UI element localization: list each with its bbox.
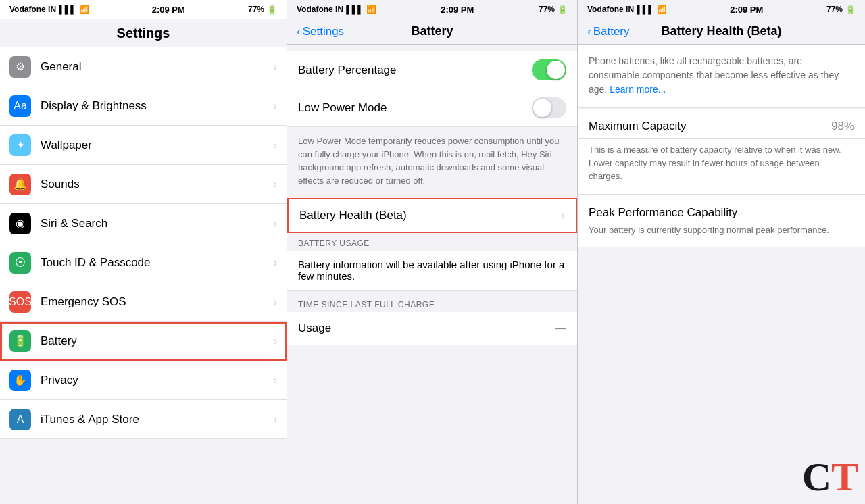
general-icon: ⚙ xyxy=(9,56,31,78)
wallpaper-label: Wallpaper xyxy=(41,138,274,152)
back-label: Settings xyxy=(303,25,344,39)
general-chevron: › xyxy=(274,61,277,73)
settings-row-touchid[interactable]: ⦿Touch ID & Passcode› xyxy=(0,243,287,282)
battery-toggles-section: Battery Percentage Low Power Mode xyxy=(287,51,577,127)
battery-health-row[interactable]: Battery Health (Beta) › xyxy=(287,198,577,233)
status-bar-3: Vodafone IN ▌▌▌ 📶 2:09 PM 77% 🔋 xyxy=(578,0,865,19)
max-capacity-label: Maximum Capacity xyxy=(589,120,831,133)
chevron-left-icon: ‹ xyxy=(297,25,301,39)
battery-icon: 🔋 xyxy=(9,330,31,352)
usage-row: Usage — xyxy=(287,312,577,345)
privacy-label: Privacy xyxy=(41,374,274,387)
low-power-mode-toggle[interactable] xyxy=(532,97,566,118)
capacity-description: This is a measure of battery capacity re… xyxy=(578,139,865,195)
health-content: Phone batteries, like all rechargeable b… xyxy=(578,45,865,504)
signal-icon-3: ▌▌▌ xyxy=(637,5,654,14)
battery-percentage-toggle[interactable] xyxy=(532,59,566,80)
panel-settings: Vodafone IN ▌▌▌ 📶 2:09 PM 77% 🔋 Settings… xyxy=(0,0,287,504)
privacy-chevron: › xyxy=(274,374,277,386)
settings-row-sos[interactable]: SOSEmergency SOS› xyxy=(0,282,287,322)
status-bar-2: Vodafone IN ▌▌▌ 📶 2:09 PM 77% 🔋 xyxy=(287,0,577,19)
sos-icon: SOS xyxy=(9,291,31,313)
touchid-chevron: › xyxy=(274,257,277,269)
panel-health: Vodafone IN ▌▌▌ 📶 2:09 PM 77% 🔋 ‹ Batter… xyxy=(578,0,865,504)
sounds-icon: 🔔 xyxy=(9,174,31,195)
low-power-mode-label: Low Power Mode xyxy=(298,101,532,115)
peak-section: Peak Performance Capability Your battery… xyxy=(578,195,865,248)
health-back-button[interactable]: ‹ Battery xyxy=(587,25,630,39)
usage-value: — xyxy=(555,322,566,335)
settings-row-battery[interactable]: 🔋Battery› xyxy=(0,322,287,361)
signal-icon-1: ▌▌▌ xyxy=(59,5,76,14)
settings-row-siri[interactable]: ◉Siri & Search› xyxy=(0,204,287,243)
settings-list: ⚙General›AaDisplay & Brightness›✦Wallpap… xyxy=(0,47,287,504)
settings-row-wallpaper[interactable]: ✦Wallpaper› xyxy=(0,126,287,165)
battery-label: Battery xyxy=(41,334,274,348)
wifi-icon-2: 📶 xyxy=(366,5,376,14)
learn-more-link[interactable]: Learn more... xyxy=(610,84,666,95)
touchid-label: Touch ID & Passcode xyxy=(41,256,274,270)
battery-percentage-label: Battery Percentage xyxy=(298,64,532,77)
time-since-header: TIME SINCE LAST FULL CHARGE xyxy=(287,291,577,312)
peak-title-row: Peak Performance Capability xyxy=(578,195,865,224)
chevron-right-icon-health: › xyxy=(562,209,565,222)
status-right-2: 77% 🔋 xyxy=(539,5,568,14)
carrier-3: Vodafone IN xyxy=(587,5,634,14)
sounds-label: Sounds xyxy=(41,178,274,191)
low-power-mode-row[interactable]: Low Power Mode xyxy=(287,89,577,127)
settings-row-privacy[interactable]: ✋Privacy› xyxy=(0,361,287,400)
battery-nav-bar: ‹ Settings Battery xyxy=(287,19,577,45)
wallpaper-icon: ✦ xyxy=(9,134,31,156)
status-bar-1: Vodafone IN ▌▌▌ 📶 2:09 PM 77% 🔋 xyxy=(0,0,287,19)
battery-pct-1: 77% xyxy=(248,5,264,14)
battery-back-button[interactable]: ‹ Settings xyxy=(297,25,344,39)
siri-icon: ◉ xyxy=(9,213,31,234)
low-power-description: Low Power Mode temporarily reduces power… xyxy=(287,128,577,198)
health-title: Battery Health (Beta) xyxy=(661,24,781,39)
battery-chevron: › xyxy=(274,335,277,347)
panel-battery: Vodafone IN ▌▌▌ 📶 2:09 PM 77% 🔋 ‹ Settin… xyxy=(287,0,578,504)
settings-title: Settings xyxy=(0,26,287,41)
usage-label: Usage xyxy=(298,322,555,335)
settings-title-bar: Settings xyxy=(0,19,287,47)
display-icon: Aa xyxy=(9,95,31,117)
status-left-3: Vodafone IN ▌▌▌ 📶 xyxy=(587,5,667,14)
settings-row-general[interactable]: ⚙General› xyxy=(0,47,287,86)
settings-row-itunes[interactable]: AiTunes & App Store› xyxy=(0,400,287,439)
health-nav-bar: ‹ Battery Battery Health (Beta) xyxy=(578,19,865,45)
time-3: 2:09 PM xyxy=(730,5,763,15)
time-1: 2:09 PM xyxy=(152,5,185,15)
settings-row-display[interactable]: AaDisplay & Brightness› xyxy=(0,86,287,126)
battery-pct-3: 77% xyxy=(826,5,843,14)
status-right-3: 77% 🔋 xyxy=(826,5,856,14)
sos-chevron: › xyxy=(274,296,277,308)
signal-icon-2: ▌▌▌ xyxy=(346,5,364,14)
settings-row-sounds[interactable]: 🔔Sounds› xyxy=(0,165,287,204)
wallpaper-chevron: › xyxy=(274,139,277,151)
itunes-chevron: › xyxy=(274,413,277,426)
battery-percentage-row[interactable]: Battery Percentage xyxy=(287,51,577,89)
battery-top-spacer xyxy=(287,45,577,51)
carrier-2: Vodafone IN xyxy=(297,5,343,14)
wifi-icon-1: 📶 xyxy=(79,5,89,14)
battery-info-text: Battery information will be available af… xyxy=(287,251,577,291)
battery-health-label: Battery Health (Beta) xyxy=(299,209,562,222)
peak-performance-label: Peak Performance Capability xyxy=(589,206,854,220)
battery-content: Battery Percentage Low Power Mode Low Po… xyxy=(287,45,577,504)
siri-label: Siri & Search xyxy=(41,217,274,230)
capacity-row: Maximum Capacity 98% xyxy=(578,109,865,139)
status-left-2: Vodafone IN ▌▌▌ 📶 xyxy=(297,5,376,14)
battery-icon-2: 🔋 xyxy=(558,5,568,14)
status-left-1: Vodafone IN ▌▌▌ 📶 xyxy=(9,5,89,14)
sounds-chevron: › xyxy=(274,178,277,191)
itunes-label: iTunes & App Store xyxy=(41,413,274,426)
battery-pct-2: 77% xyxy=(539,5,555,14)
sos-label: Emergency SOS xyxy=(41,295,274,309)
battery-icon-1: 🔋 xyxy=(267,5,277,14)
time-2: 2:09 PM xyxy=(441,5,474,15)
siri-chevron: › xyxy=(274,218,277,230)
chevron-left-icon-health: ‹ xyxy=(587,25,591,39)
itunes-icon: A xyxy=(9,409,31,430)
status-right-1: 77% 🔋 xyxy=(248,5,277,14)
display-chevron: › xyxy=(274,100,277,112)
